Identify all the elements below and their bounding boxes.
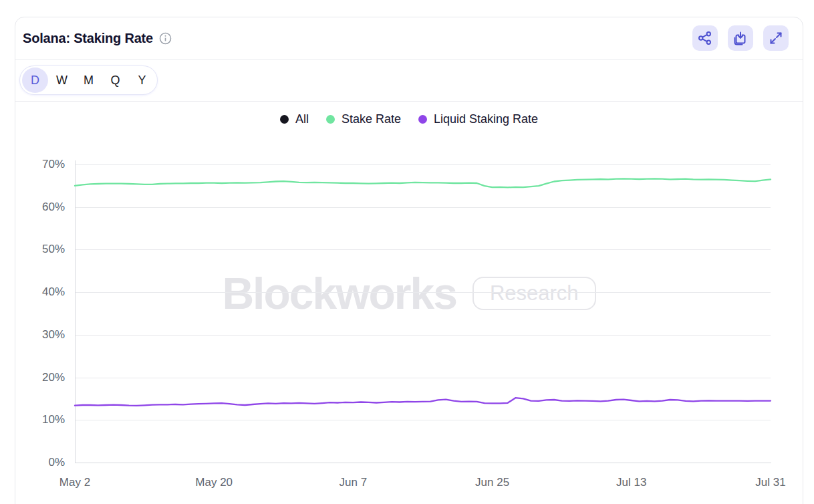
header-actions [692,25,789,51]
range-option-w[interactable]: W [49,68,75,93]
range-selector: DWMQY [19,66,158,95]
card-header: Solana: Staking Rate [15,17,803,59]
expand-icon [768,30,784,46]
expand-button[interactable] [763,25,789,51]
legend-item-liquid-staking-rate[interactable]: Liquid Staking Rate [418,112,538,126]
chart-plot[interactable]: BlockworksResearch70%60%50%40%30%20%10%0… [15,137,803,504]
legend-dot-stake-rate [326,115,335,124]
legend-label: Stake Rate [342,112,401,126]
legend-dot-liquid-staking-rate [418,115,427,124]
legend-label: All [295,112,309,126]
range-selector-row: DWMQY [15,59,803,102]
legend-item-all[interactable]: All [280,112,309,126]
chart-card: Solana: Staking Rate [15,17,803,504]
share-button[interactable] [692,25,718,51]
stake-rate-line [75,178,771,187]
download-button[interactable] [728,25,753,51]
range-option-d[interactable]: D [22,68,48,93]
share-icon [697,30,713,46]
legend-label: Liquid Staking Rate [434,112,538,126]
page-title: Solana: Staking Rate [23,31,153,46]
range-option-y[interactable]: Y [129,68,155,93]
range-option-m[interactable]: M [76,68,102,93]
download-icon [732,30,749,46]
chart-legend: AllStake RateLiquid Staking Rate [15,102,803,137]
info-icon[interactable] [159,32,172,45]
liquid-staking-rate-line [75,398,771,406]
legend-dot-all [280,115,289,124]
range-option-q[interactable]: Q [102,68,128,93]
series-canvas [15,137,803,503]
legend-item-stake-rate[interactable]: Stake Rate [326,112,401,126]
